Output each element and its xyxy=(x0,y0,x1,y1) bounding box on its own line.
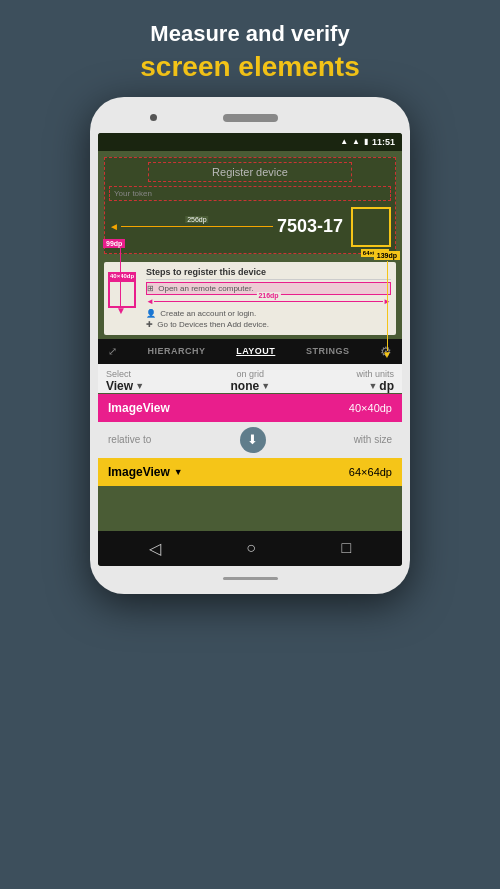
token-value: 7503-17 xyxy=(273,216,347,237)
app-register-section: Register device Your token ◄ 256dp 7503- xyxy=(104,157,396,254)
nav-home-button[interactable]: ○ xyxy=(246,539,256,557)
imageview-yellow-label: ImageView ▼ xyxy=(108,465,183,479)
pink-vline-arrowhead: ▼ xyxy=(116,305,126,316)
pink-arrow-line: 216dp xyxy=(154,301,383,302)
status-bar: ▲ ▲ ▮ 11:51 xyxy=(98,133,402,151)
panel-row1: Select View ▼ on grid none ▼ xyxy=(106,369,394,393)
step-item-3: ✚ Go to Devices then Add device. xyxy=(146,319,391,330)
panel: Select View ▼ on grid none ▼ xyxy=(98,364,402,393)
steps-section: 40×40dp Steps to register this device ⊞ … xyxy=(104,262,396,335)
with-units-value: dp xyxy=(379,379,394,393)
token-placeholder: Your token xyxy=(114,189,386,198)
yellow-vline-arrowhead: ▼ xyxy=(382,349,392,360)
pink-select-box: 40×40dp xyxy=(108,280,136,308)
dp-99-label: 99dp xyxy=(103,239,125,248)
with-units-group: with units ▼ dp xyxy=(356,369,394,393)
on-grid-label: on grid xyxy=(237,369,265,379)
step3-icon: ✚ xyxy=(146,320,153,329)
select-label: Select xyxy=(106,369,144,379)
on-grid-group: on grid none ▼ xyxy=(230,369,270,393)
step2-icon: 👤 xyxy=(146,309,156,318)
step1-text: Open an remote computer. xyxy=(158,284,253,293)
left-arrow: ◄ xyxy=(109,221,119,232)
measure-216-row: ◄ 216dp ► xyxy=(146,297,391,306)
with-units-label: with units xyxy=(356,369,394,379)
pink-left-arrow: ◄ xyxy=(146,297,154,306)
step2-text: Create an account or login. xyxy=(160,309,256,318)
signal-icon: ▲ xyxy=(352,137,360,146)
dp-216-label: 216dp xyxy=(256,292,280,299)
imageview-pink-size: 40×40dp xyxy=(349,402,392,414)
toolbar-hierarchy[interactable]: HIERARCHY xyxy=(148,346,206,356)
with-units-row[interactable]: ▼ dp xyxy=(368,379,394,393)
expand-icon[interactable]: ⤢ xyxy=(108,345,117,358)
phone-screen: ▲ ▲ ▮ 11:51 Register device Your token xyxy=(98,133,402,566)
imageview-yellow-size: 64×64dp xyxy=(349,466,392,478)
step1-icon: ⊞ xyxy=(147,284,154,293)
with-units-arrow: ▼ xyxy=(368,381,377,391)
register-device-label: Register device xyxy=(148,162,351,182)
imageview-pink-label: ImageView xyxy=(108,401,170,415)
wifi-icon: ▲ xyxy=(340,137,348,146)
steps-title: Steps to register this device xyxy=(146,267,391,280)
app-screen: Register device Your token ◄ 256dp 7503- xyxy=(98,151,402,531)
select-view-value: View xyxy=(106,379,133,393)
yellow-measure-box: 64×64dp xyxy=(351,207,391,247)
token-input-area: Your token xyxy=(109,186,391,201)
imageview-pink-row[interactable]: ImageView 40×40dp xyxy=(98,394,402,422)
download-button[interactable]: ⬇ xyxy=(240,427,266,453)
select-view-row[interactable]: View ▼ xyxy=(106,379,144,393)
battery-icon: ▮ xyxy=(364,137,368,146)
nav-recent-button[interactable]: □ xyxy=(342,539,352,557)
header: Measure and verify screen elements xyxy=(0,0,500,97)
step3-text: Go to Devices then Add device. xyxy=(157,320,269,329)
nav-back-button[interactable]: ◁ xyxy=(149,539,161,558)
toolbar-layout[interactable]: LAYOUT xyxy=(236,346,275,356)
select-view-group: Select View ▼ xyxy=(106,369,144,393)
yellow-vline xyxy=(387,261,388,351)
phone-mockup: ▲ ▲ ▮ 11:51 Register device Your token xyxy=(90,97,410,594)
screen-toolbar: ⤢ HIERARCHY LAYOUT STRINGS ⚙ xyxy=(98,339,402,364)
on-grid-value: none xyxy=(230,379,259,393)
app-container: Measure and verify screen elements ▲ ▲ ▮… xyxy=(0,0,500,889)
on-grid-arrow: ▼ xyxy=(261,381,270,391)
home-indicator xyxy=(223,577,278,580)
arrow-line-256: 256dp xyxy=(121,226,273,227)
phone-camera xyxy=(150,114,157,121)
imageview-yellow-row[interactable]: ImageView ▼ 64×64dp xyxy=(98,458,402,486)
on-grid-row[interactable]: none ▼ xyxy=(230,379,270,393)
phone-top-bar xyxy=(98,109,402,127)
status-time: 11:51 xyxy=(372,137,395,147)
pink-vline xyxy=(120,247,121,307)
with-size-label: with size xyxy=(354,434,392,445)
relative-to-label: relative to xyxy=(108,434,151,445)
dp-256-label: 256dp xyxy=(185,216,208,223)
step-item-2: 👤 Create an account or login. xyxy=(146,308,391,319)
header-subtitle: screen elements xyxy=(20,49,480,85)
header-title: Measure and verify xyxy=(20,20,480,49)
token-row: ◄ 256dp 7503-17 64×64dp xyxy=(109,203,391,251)
phone-speaker xyxy=(223,114,278,122)
phone-nav-bar: ◁ ○ □ xyxy=(98,531,402,566)
select-view-arrow: ▼ xyxy=(135,381,144,391)
dp-139-label: 139dp xyxy=(374,251,400,260)
toolbar-strings[interactable]: STRINGS xyxy=(306,346,350,356)
relative-to-row: relative to ⬇ with size xyxy=(98,422,402,458)
pink-box-40x40-label: 40×40dp xyxy=(108,272,136,280)
phone-bottom xyxy=(98,572,402,586)
imageview-yellow-arrow: ▼ xyxy=(174,467,183,477)
